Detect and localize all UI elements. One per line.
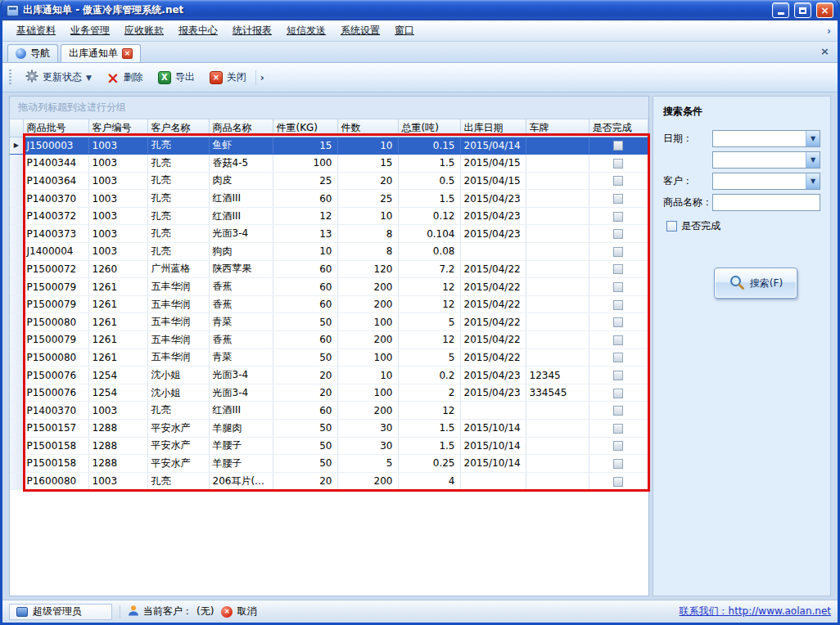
grid-cell-quantity[interactable]: 100 <box>337 384 398 402</box>
date-to-combobox[interactable]: ▼ <box>712 151 820 169</box>
grid-cell-date[interactable]: 2015/04/23 <box>460 366 526 384</box>
grid-cell-customer_name[interactable]: 孔亮 <box>147 172 209 190</box>
tab-close-icon[interactable]: × <box>122 48 133 59</box>
grid-cell-quantity[interactable]: 10 <box>337 207 398 225</box>
grid-cell-customer_no[interactable]: 1003 <box>88 472 147 490</box>
grid-cell-product[interactable]: 狗肉 <box>209 243 273 261</box>
grid-cell-customer_name[interactable]: 五丰华润 <box>147 278 209 296</box>
grid-cell-batch[interactable]: P1500072 <box>23 260 88 278</box>
grid-cell-plate[interactable] <box>526 472 589 490</box>
complete-checkbox[interactable] <box>613 389 623 398</box>
delete-button[interactable]: × 删除 <box>101 67 149 88</box>
customer-combobox[interactable]: ▼ <box>712 173 820 190</box>
grid-cell-batch[interactable]: P1500157 <box>23 420 88 438</box>
maximize-button[interactable] <box>794 2 811 18</box>
grid-cell-date[interactable] <box>460 472 526 490</box>
grid-cell-plate[interactable]: 12345 <box>526 366 589 384</box>
grid-cell-total_weight[interactable]: 0.104 <box>398 225 460 243</box>
grid-cell-customer_no[interactable]: 1003 <box>88 207 147 225</box>
column-header-plate[interactable]: 车牌 <box>526 119 589 137</box>
grid-cell-total_weight[interactable]: 1.5 <box>398 155 460 173</box>
column-header-unit-weight[interactable]: 件重(KG) <box>273 119 337 137</box>
grid-cell-customer_name[interactable]: 孔亮 <box>147 225 209 243</box>
grid-cell-date[interactable]: 2015/10/14 <box>460 420 526 438</box>
grid-cell-total_weight[interactable]: 0.25 <box>398 455 460 473</box>
complete-checkbox[interactable] <box>613 459 623 469</box>
grid-cell-customer_name[interactable]: 沈小姐 <box>147 366 209 384</box>
grid-cell-customer_name[interactable]: 平安水产 <box>147 455 209 473</box>
cancel-customer-group[interactable]: × 取消 <box>221 605 256 618</box>
grid-cell-plate[interactable] <box>526 207 589 225</box>
grid-cell-batch[interactable]: P1500076 <box>23 384 88 402</box>
column-header-product[interactable]: 商品名称 <box>209 119 273 137</box>
table-row[interactable]: ▶J15000031003孔亮鱼虾15100.152015/04/14 <box>10 137 648 155</box>
column-header-total-weight[interactable]: 总重(吨) <box>398 119 460 137</box>
toolbar-overflow-icon[interactable]: › <box>255 70 269 85</box>
grid-cell-unit_weight[interactable]: 12 <box>273 207 337 225</box>
grid-cell-complete[interactable] <box>589 402 648 420</box>
grid-cell-unit_weight[interactable]: 10 <box>273 243 337 261</box>
grid-cell-unit_weight[interactable]: 60 <box>273 190 337 208</box>
grid-cell-quantity[interactable]: 200 <box>337 331 398 349</box>
complete-checkbox[interactable] <box>613 441 623 451</box>
group-by-area[interactable]: 拖动列标题到这进行分组 <box>10 97 648 119</box>
grid-cell-product[interactable]: 香蕉 <box>209 295 273 313</box>
table-row[interactable]: P14003701003孔亮红酒III6020012 <box>10 402 648 420</box>
table-row[interactable]: P14003441003孔亮香菇4-5100151.52015/04/15 <box>10 155 648 173</box>
grid-cell-complete[interactable] <box>589 313 648 331</box>
grid-cell-unit_weight[interactable]: 20 <box>273 472 337 490</box>
grid-cell-customer_name[interactable]: 五丰华润 <box>147 348 209 366</box>
grid-cell-batch[interactable]: P1400370 <box>23 190 88 208</box>
grid-cell-total_weight[interactable]: 1.5 <box>398 437 460 455</box>
grid-cell-complete[interactable] <box>589 172 648 190</box>
complete-checkbox[interactable] <box>613 300 623 310</box>
tab-outbound-notice[interactable]: 出库通知单 × <box>61 44 141 62</box>
grid-cell-plate[interactable] <box>526 137 589 155</box>
complete-checkbox[interactable] <box>613 406 623 416</box>
grid-cell-plate[interactable] <box>526 225 589 243</box>
column-header-customer-no[interactable]: 客户编号 <box>88 119 147 137</box>
grid-cell-date[interactable]: 2015/04/15 <box>460 172 526 190</box>
grid-cell-plate[interactable]: 334545 <box>526 384 589 402</box>
grid-cell-customer_name[interactable]: 平安水产 <box>147 437 209 455</box>
table-row[interactable]: P14003641003孔亮肉皮25200.52015/04/15 <box>10 172 648 190</box>
grid-cell-quantity[interactable]: 25 <box>337 190 398 208</box>
grid-cell-customer_name[interactable]: 孔亮 <box>147 137 209 155</box>
menu-item-basic-data[interactable]: 基础资料 <box>9 21 63 40</box>
date-from-dropdown-icon[interactable]: ▼ <box>806 131 820 146</box>
grid-cell-customer_no[interactable]: 1288 <box>88 437 147 455</box>
complete-checkbox[interactable] <box>613 282 623 292</box>
grid-cell-quantity[interactable]: 100 <box>337 348 398 366</box>
grid-cell-product[interactable]: 青菜 <box>209 348 273 366</box>
grid-cell-customer_no[interactable]: 1261 <box>88 295 147 313</box>
table-row[interactable]: P15000721260广州蓝格陕西苹果601207.22015/04/22 <box>10 260 648 278</box>
grid-cell-customer_no[interactable]: 1254 <box>88 384 147 402</box>
grid-cell-product[interactable]: 陕西苹果 <box>209 260 273 278</box>
grid-cell-total_weight[interactable]: 1.5 <box>398 420 460 438</box>
grid-cell-batch[interactable]: P1400344 <box>23 155 88 173</box>
grid-cell-total_weight[interactable]: 5 <box>398 313 460 331</box>
column-header-batch[interactable]: 商品批号 <box>23 119 88 137</box>
grid-cell-complete[interactable] <box>589 190 648 208</box>
grid-cell-unit_weight[interactable]: 25 <box>273 172 337 190</box>
table-row[interactable]: P15001571288平安水产羊腿肉50301.52015/10/14 <box>10 420 648 438</box>
grid-cell-unit_weight[interactable]: 50 <box>273 420 337 438</box>
grid-cell-date[interactable]: 2015/10/14 <box>460 437 526 455</box>
grid-cell-date[interactable] <box>460 243 526 261</box>
grid-cell-customer_no[interactable]: 1003 <box>88 225 147 243</box>
grid-cell-plate[interactable] <box>526 278 589 296</box>
grid-cell-product[interactable]: 红酒III <box>209 190 273 208</box>
grid-cell-complete[interactable] <box>589 278 648 296</box>
grid-cell-product[interactable]: 羊腿肉 <box>209 420 273 438</box>
grid-cell-plate[interactable] <box>526 348 589 366</box>
grid-cell-complete[interactable] <box>589 207 648 225</box>
grid-cell-date[interactable]: 2015/04/23 <box>460 207 526 225</box>
grid-cell-unit_weight[interactable]: 20 <box>273 366 337 384</box>
grid-cell-total_weight[interactable]: 12 <box>398 295 460 313</box>
complete-checkbox[interactable] <box>613 194 623 204</box>
grid-cell-customer_no[interactable]: 1288 <box>88 420 147 438</box>
grid-cell-complete[interactable] <box>589 243 648 261</box>
table-row[interactable]: P15000791261五丰华润香蕉60200122015/04/22 <box>10 331 648 349</box>
menu-item-business[interactable]: 业务管理 <box>63 21 117 40</box>
grid-cell-quantity[interactable]: 200 <box>337 402 398 420</box>
